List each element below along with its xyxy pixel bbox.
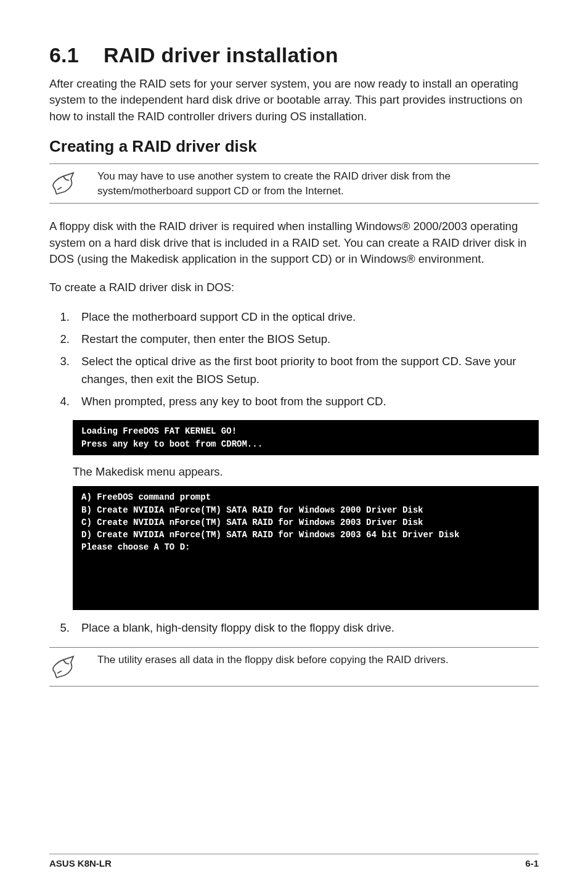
body-paragraph-1: A floppy disk with the RAID driver is re… — [49, 218, 539, 267]
steps-list-2: Place a blank, high-density floppy disk … — [49, 619, 539, 637]
note-icon — [49, 169, 79, 197]
section-title: RAID driver installation — [104, 43, 338, 67]
sub-paragraph-1: The Makedisk menu appears. — [73, 464, 539, 480]
footer-right: 6-1 — [525, 858, 539, 868]
terminal-output-2: A) FreeDOS command prompt B) Create NVID… — [73, 486, 539, 610]
intro-paragraph: After creating the RAID sets for your se… — [49, 76, 539, 125]
document-page: 6.1RAID driver installation After creati… — [0, 0, 588, 887]
step-item: Restart the computer, then enter the BIO… — [73, 330, 539, 349]
note-block: You may have to use another system to cr… — [49, 163, 539, 204]
pencil-note-icon — [51, 170, 78, 197]
steps-list-1: Place the motherboard support CD in the … — [49, 308, 539, 410]
pencil-note-icon — [51, 654, 78, 681]
page-footer: ASUS K8N-LR 6-1 — [49, 854, 539, 868]
step-item: Place a blank, high-density floppy disk … — [73, 619, 539, 637]
section-heading: 6.1RAID driver installation — [49, 43, 539, 67]
terminal-output-1: Loading FreeDOS FAT KERNEL GO! Press any… — [73, 420, 539, 455]
section-number: 6.1 — [49, 43, 79, 67]
footer-left: ASUS K8N-LR — [49, 858, 112, 868]
note-block: The utility erases all data in the flopp… — [49, 647, 539, 687]
body-paragraph-2: To create a RAID driver disk in DOS: — [49, 279, 539, 295]
step-item: When prompted, press any key to boot fro… — [73, 392, 539, 411]
step-item: Select the optical drive as the first bo… — [73, 352, 539, 389]
subsection-heading: Creating a RAID driver disk — [49, 137, 539, 156]
note-text: The utility erases all data in the flopp… — [97, 653, 449, 667]
step-item: Place the motherboard support CD in the … — [73, 308, 539, 326]
note-icon — [49, 653, 79, 681]
note-text: You may have to use another system to cr… — [97, 169, 539, 199]
